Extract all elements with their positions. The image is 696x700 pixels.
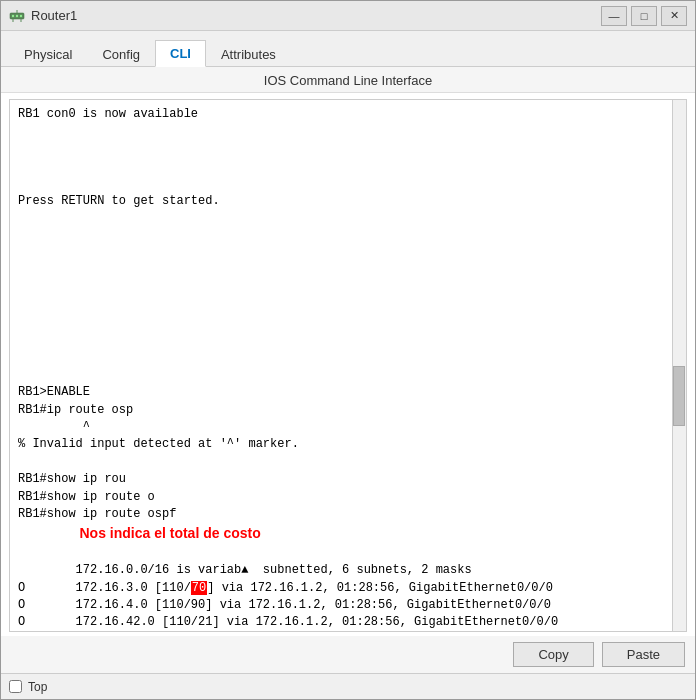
svg-point-2 [16,14,18,16]
cli-line-return: Press RETURN to get started. [18,194,220,208]
svg-point-1 [12,14,14,16]
cli-enable: RB1>ENABLE RB1#ip route osp ^ % Invalid … [18,385,299,521]
minimize-button[interactable]: — [601,6,627,26]
annotation-text: Nos indica el total de costo [76,525,261,541]
panel-title: IOS Command Line Interface [1,67,695,93]
tab-cli[interactable]: CLI [155,40,206,67]
title-bar-buttons: — □ ✕ [601,6,687,26]
close-button[interactable]: ✕ [661,6,687,26]
cli-terminal[interactable]: RB1 con0 is now available Press RETURN t… [10,100,686,631]
tab-physical[interactable]: Physical [9,41,87,67]
highlighted-cost: 70 [191,581,207,595]
title-bar: Router1 — □ ✕ [1,1,695,31]
cli-route-lines: 172.16.0.0/16 is variab▲ subnetted, 6 su… [18,563,565,631]
button-bar: Copy Paste [1,636,695,673]
tab-bar: Physical Config CLI Attributes [1,31,695,67]
cli-container[interactable]: RB1 con0 is now available Press RETURN t… [9,99,687,632]
maximize-button[interactable]: □ [631,6,657,26]
title-bar-left: Router1 [9,8,77,24]
tab-attributes[interactable]: Attributes [206,41,291,67]
main-window: Router1 — □ ✕ Physical Config CLI Attrib… [0,0,696,700]
status-bar: Top [1,673,695,699]
content-area: IOS Command Line Interface RB1 con0 is n… [1,67,695,673]
router-icon [9,8,25,24]
tab-config[interactable]: Config [87,41,155,67]
cli-line-1: RB1 con0 is now available [18,107,198,121]
scrollbar[interactable] [672,100,686,631]
copy-button[interactable]: Copy [513,642,593,667]
scrollbar-thumb[interactable] [673,366,685,426]
paste-button[interactable]: Paste [602,642,685,667]
top-checkbox[interactable] [9,680,22,693]
top-label: Top [28,680,47,694]
window-title: Router1 [31,8,77,23]
svg-point-3 [20,14,22,16]
